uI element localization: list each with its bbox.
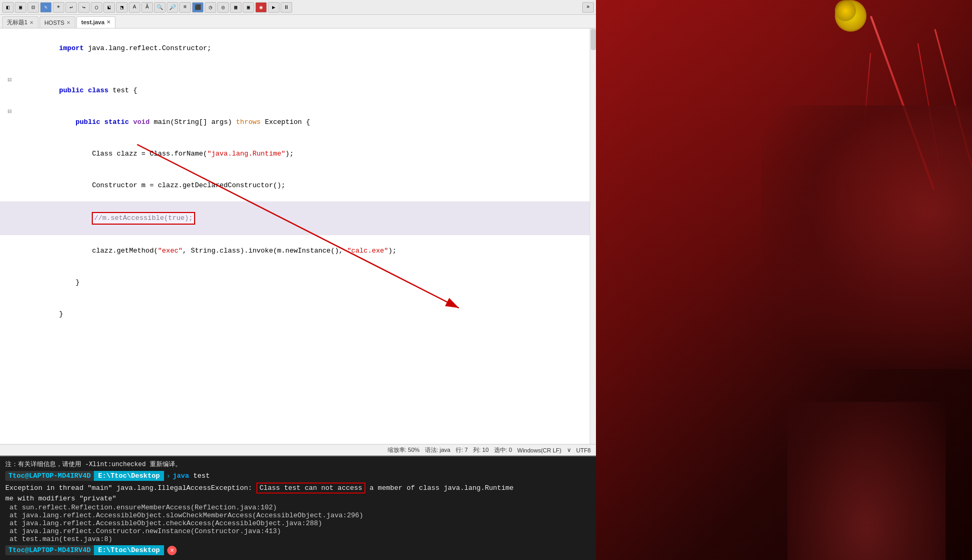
code-line-4: ⊟ public static void main(String[] args)… xyxy=(0,107,596,138)
collapse-icon: ⊟ xyxy=(0,75,16,85)
editor-scrollbar-thumb[interactable] xyxy=(591,29,596,50)
terminal-error-main: Exception in thread "main" java.lang.Ill… xyxy=(5,482,591,494)
code-line-6: Constructor m = clazz.getDeclaredConstru… xyxy=(0,170,596,201)
status-eol: Windows(CR LF) xyxy=(517,447,562,453)
toolbar-btn-2[interactable]: ▣ xyxy=(15,2,26,13)
toolbar-btn-19[interactable]: ▦ xyxy=(230,2,242,13)
code-line-8: clazz.getMethod("exec", String.class).in… xyxy=(0,235,596,267)
toolbar: ◧ ▣ ⊡ ✎ ⌖ ↩ ↪ ◯ ⬕ ⬔ A Ā 🔍 🔎 ≡ ⬛ ◷ ◎ ▦ ▣ … xyxy=(0,0,596,15)
terminal-arrow-1: › xyxy=(166,472,170,480)
tab-bar: 无标题1 ✕ HOSTS ✕ test.java ✕ xyxy=(0,15,596,28)
editor-scrollbar[interactable] xyxy=(590,28,596,444)
collapse-icon-2: ⊟ xyxy=(0,107,16,117)
ide-panel: ◧ ▣ ⊡ ✎ ⌖ ↩ ↪ ◯ ⬕ ⬔ A Ā 🔍 🔎 ≡ ⬛ ◷ ◎ ▦ ▣ … xyxy=(0,0,596,560)
terminal-user-2: Ttoc@LAPTOP-MD4IRV4D xyxy=(5,545,94,555)
tab-untitled[interactable]: 无标题1 ✕ xyxy=(2,16,39,28)
toolbar-btn-22[interactable]: ▶ xyxy=(268,2,280,13)
toolbar-btn-9[interactable]: ⬕ xyxy=(103,2,115,13)
terminal-user-1: Ttoc@LAPTOP-MD4IRV4D xyxy=(5,471,94,481)
toolbar-btn-14[interactable]: 🔎 xyxy=(167,2,178,13)
toolbar-btn-21[interactable]: ◉ xyxy=(255,2,267,13)
terminal-prompt-2: Ttoc@LAPTOP-MD4IRV4D E:\Ttoc\Desktop ✕ xyxy=(5,545,591,555)
terminal-error-highlight: Class test can not access xyxy=(256,482,365,494)
toolbar-btn-20[interactable]: ▣ xyxy=(243,2,254,13)
terminal-error-line2: me with modifiers "private" xyxy=(5,495,591,503)
toolbar-btn-5[interactable]: ⌖ xyxy=(53,2,64,13)
tab-close-testjava[interactable]: ✕ xyxy=(107,20,111,25)
toolbar-btn-16[interactable]: ⬛ xyxy=(192,2,204,13)
terminal-stack-3: at java.lang.reflect.AccessibleObject.ch… xyxy=(9,519,591,527)
art-yellow-accent-2 xyxy=(835,0,856,21)
terminal-prompt-1: Ttoc@LAPTOP-MD4IRV4D E:\Ttoc\Desktop › j… xyxy=(5,471,591,481)
terminal-stack-5: at test.main(test.java:8) xyxy=(9,535,591,543)
code-line-10: } xyxy=(0,298,596,330)
status-col: 列: 10 xyxy=(473,446,488,454)
code-line-1: import java.lang.reflect.Constructor; xyxy=(0,33,596,64)
status-bar: 缩放率: 50% 语法: java 行: 7 列: 10 选中: 0 Windo… xyxy=(0,444,596,456)
toolbar-btn-13[interactable]: 🔍 xyxy=(154,2,166,13)
toolbar-btn-18[interactable]: ◎ xyxy=(217,2,229,13)
code-editor[interactable]: import java.lang.reflect.Constructor; ⊟ … xyxy=(0,28,596,444)
terminal-stack-4: at java.lang.reflect.Constructor.newInst… xyxy=(9,527,591,535)
right-decorative-panel xyxy=(596,0,972,560)
toolbar-btn-6[interactable]: ↩ xyxy=(65,2,77,13)
toolbar-btn-3[interactable]: ⊡ xyxy=(27,2,39,13)
code-line-7-highlighted: //m.setAccessible(true); xyxy=(0,201,596,235)
tab-close-untitled[interactable]: ✕ xyxy=(30,20,34,25)
toolbar-btn-11[interactable]: A xyxy=(129,2,140,13)
toolbar-btn-1[interactable]: ◧ xyxy=(2,2,14,13)
status-zoom: 缩放率: 50% xyxy=(388,446,420,454)
terminal-stack-2: at java.lang.reflect.AccessibleObject.sl… xyxy=(9,511,591,519)
ide-inner: import java.lang.reflect.Constructor; ⊟ … xyxy=(0,28,596,560)
status-line: 行: 7 xyxy=(456,446,468,454)
toolbar-btn-10[interactable]: ⬔ xyxy=(116,2,128,13)
toolbar-btn-23[interactable]: ⏸ xyxy=(281,2,292,13)
status-encoding: UTF8 xyxy=(576,447,591,453)
terminal-panel: 注：有关详细信息，请使用 -Xlint:unchecked 重新编译。 Ttoc… xyxy=(0,456,596,560)
tab-close-hosts[interactable]: ✕ xyxy=(66,20,71,25)
terminal-note: 注：有关详细信息，请使用 -Xlint:unchecked 重新编译。 xyxy=(5,460,591,469)
terminal-java-keyword: java xyxy=(172,472,189,480)
status-lang: 语法: java xyxy=(425,446,450,454)
toolbar-expand: » xyxy=(582,2,594,13)
terminal-error-suffix: a member of class java.lang.Runtime xyxy=(370,484,514,492)
toolbar-btn-15[interactable]: ≡ xyxy=(179,2,191,13)
toolbar-btn-12[interactable]: Ā xyxy=(141,2,153,13)
terminal-stack-1: at sun.reflect.Reflection.ensureMemberAc… xyxy=(9,504,591,511)
terminal-cmd-1: test xyxy=(189,472,210,480)
terminal-error-prefix: Exception in thread "main" java.lang.Ill… xyxy=(5,484,252,492)
toolbar-btn-8[interactable]: ◯ xyxy=(91,2,102,13)
code-line-2 xyxy=(0,64,596,75)
toolbar-btn-4[interactable]: ✎ xyxy=(40,2,52,13)
art-background xyxy=(596,0,972,560)
toolbar-btn-17[interactable]: ◷ xyxy=(205,2,216,13)
terminal-path-2: E:\Ttoc\Desktop xyxy=(94,545,164,555)
terminal-close-button[interactable]: ✕ xyxy=(167,546,177,555)
code-line-5: Class clazz = Class.forName("java.lang.R… xyxy=(0,138,596,170)
code-line-3: ⊟ public class test { xyxy=(0,75,596,107)
toolbar-btn-7[interactable]: ↪ xyxy=(78,2,90,13)
tab-testjava[interactable]: test.java ✕ xyxy=(76,16,116,28)
terminal-path-1: E:\Ttoc\Desktop xyxy=(94,471,164,481)
tab-hosts[interactable]: HOSTS ✕ xyxy=(40,16,75,28)
status-eol-dropdown[interactable]: ∨ xyxy=(567,447,571,453)
art-hair-volume xyxy=(761,105,972,369)
status-sel: 选中: 0 xyxy=(494,446,512,454)
code-line-9: } xyxy=(0,267,596,298)
art-body-silhouette xyxy=(787,402,946,560)
